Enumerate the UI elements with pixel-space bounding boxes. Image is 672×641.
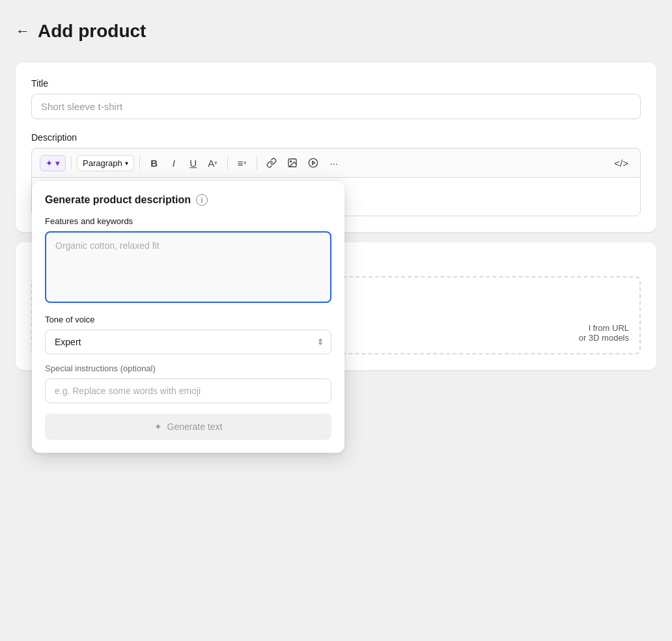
align-chevron-icon: ▾	[244, 160, 247, 166]
special-label: Special instructions (optional)	[45, 363, 331, 373]
more-options-button[interactable]: ···	[325, 154, 343, 172]
align-button[interactable]: ≡ ▾	[233, 154, 251, 172]
media-dropzone-text: l from URL or 3D models	[579, 323, 629, 343]
description-label: Description	[31, 132, 641, 143]
ai-sparkle-icon: ✦	[46, 158, 53, 168]
ai-toolbar-button[interactable]: ✦ ▾	[40, 155, 66, 171]
formatting-group: B I U A ▾	[145, 154, 222, 172]
page-title: Add product	[38, 21, 146, 42]
product-form-card: Title Description ✦ ▾ Paragraph ▾ B I U	[16, 63, 656, 232]
title-label: Title	[31, 78, 641, 89]
image-button[interactable]	[283, 154, 301, 172]
description-field-group: Description ✦ ▾ Paragraph ▾ B I U A	[31, 132, 641, 216]
bold-button[interactable]: B	[145, 154, 163, 172]
tone-label: Tone of voice	[45, 315, 331, 324]
ai-chevron-icon: ▾	[55, 158, 60, 168]
link-button[interactable]	[262, 154, 281, 172]
svg-marker-3	[312, 161, 315, 164]
ai-generate-popup: Generate product description i Features …	[32, 181, 344, 453]
paragraph-style-select[interactable]: Paragraph ▾	[77, 155, 134, 171]
video-button[interactable]	[304, 154, 322, 172]
special-optional-text: (optional)	[120, 363, 156, 373]
features-label: Features and keywords	[45, 216, 331, 226]
align-icon: ≡	[238, 158, 244, 169]
font-color-button[interactable]: A ▾	[204, 154, 222, 172]
special-instructions-group: Special instructions (optional)	[45, 363, 331, 403]
editor-toolbar: ✦ ▾ Paragraph ▾ B I U A ▾	[31, 148, 641, 177]
page-header: ← Add product	[16, 16, 656, 47]
generate-sparkle-icon: ✦	[154, 421, 162, 432]
media-3d-text: or 3D models	[579, 333, 629, 343]
code-button[interactable]: </>	[610, 154, 632, 172]
media-url-text: l from URL	[579, 323, 629, 333]
italic-button[interactable]: I	[165, 154, 183, 172]
font-color-chevron-icon: ▾	[214, 160, 217, 166]
generate-text-button[interactable]: ✦ Generate text	[45, 414, 331, 440]
title-field-group: Title	[31, 78, 641, 119]
font-color-label: A	[208, 158, 214, 169]
link-icon	[266, 158, 277, 168]
title-input[interactable]	[31, 94, 641, 119]
back-button[interactable]: ←	[16, 23, 30, 40]
toolbar-right-group: </>	[610, 154, 632, 172]
paragraph-label: Paragraph	[83, 158, 122, 168]
paragraph-chevron-icon: ▾	[125, 160, 128, 167]
toolbar-divider-3	[227, 156, 228, 169]
tone-select-wrapper: Expert Friendly Professional Casual Info…	[45, 330, 331, 354]
generate-button-label: Generate text	[167, 421, 223, 432]
toolbar-divider-4	[257, 156, 257, 169]
svg-point-1	[290, 161, 291, 162]
tone-select[interactable]: Expert Friendly Professional Casual Info…	[45, 330, 331, 354]
toolbar-divider-2	[139, 156, 140, 169]
image-icon	[287, 158, 298, 168]
features-field-group: Features and keywords	[45, 216, 331, 306]
ai-popup-title-text: Generate product description	[45, 194, 191, 206]
special-instructions-input[interactable]	[45, 378, 331, 403]
tone-field-group: Tone of voice Expert Friendly Profession…	[45, 315, 331, 354]
underline-button[interactable]: U	[184, 154, 203, 172]
info-icon[interactable]: i	[196, 194, 208, 206]
svg-point-2	[309, 158, 317, 167]
play-icon	[308, 158, 318, 168]
toolbar-divider-1	[71, 156, 72, 169]
ai-popup-title: Generate product description i	[45, 194, 331, 206]
features-textarea[interactable]	[45, 231, 331, 303]
